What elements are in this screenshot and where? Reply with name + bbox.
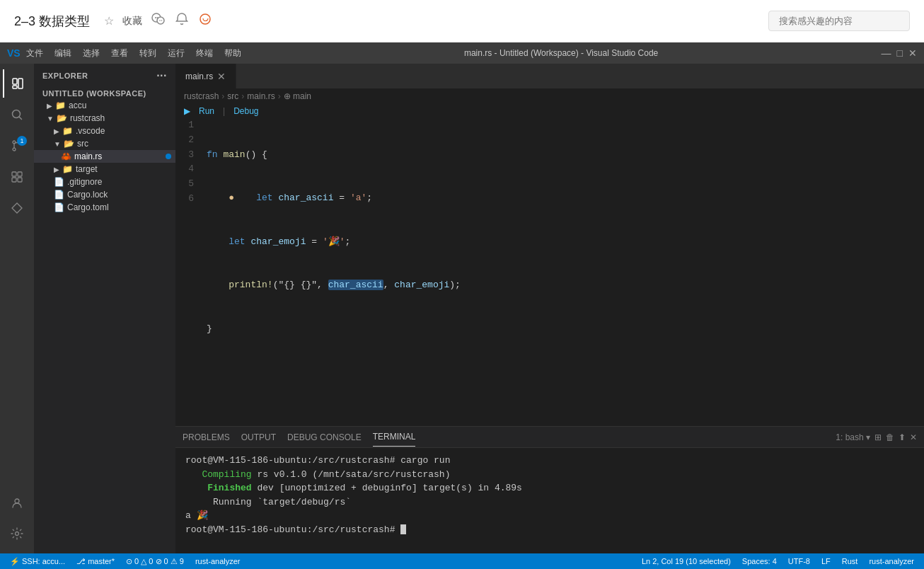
statusbar-errors[interactable]: ⊙ 0 △ 0 ⊘ 0 ⚠ 9 [123,557,187,566]
folder-icon: 📁 [62,164,73,174]
search-input[interactable] [768,11,910,31]
dot-badge [166,154,171,159]
terminal-line-2: Compiling rs v0.1.0 (/mnt/sata/src/rustc… [185,468,914,482]
statusbar-cursor[interactable]: Ln 2, Col 19 (10 selected) [639,557,734,565]
sidebar-item-accu[interactable]: ▶ 📁 accu [34,99,175,112]
code-line-4: println!("{} {}", char_ascii, char_emoji… [207,278,908,292]
sidebar-item-mainrs[interactable]: 🦀 main.rs [34,150,175,163]
source-control-badge: 1 [17,136,27,146]
sidebar-item-gitignore[interactable]: 📄 .gitignore [34,176,175,188]
statusbar-branch[interactable]: ⎇ master* [74,557,117,566]
breadcrumb-main-fn[interactable]: ⊕ main [284,91,311,101]
tab-mainrs[interactable]: main.rs ✕ [175,64,236,88]
svg-point-17 [15,499,19,503]
menu-go[interactable]: 转到 [139,47,156,59]
shell-selector[interactable]: 1: bash ▾ [836,432,870,442]
folder-icon: 📁 [62,126,73,136]
rust-analyzer-label: rust-analyzer [195,557,241,565]
menu-terminal[interactable]: 终端 [196,47,213,59]
sidebar-item-label: Cargo.lock [67,190,108,200]
terminal-line-5: a 🎉 [185,509,914,523]
terminal-controls: 1: bash ▾ ⊞ 🗑 ⬆ ✕ [836,432,917,442]
terminal-content[interactable]: root@VM-115-186-ubuntu:/src/rustcrash# c… [175,448,924,553]
collect-label[interactable]: 收藏 [122,15,142,28]
svg-rect-8 [13,86,17,88]
activity-source-control[interactable]: 1 [3,132,31,160]
menu-view[interactable]: 查看 [111,47,128,59]
weibo-icon[interactable] [197,11,213,30]
statusbar-language[interactable]: Rust [839,557,861,565]
terminal-close-button[interactable]: ✕ [910,432,917,442]
sidebar-item-vscode[interactable]: ▶ 📁 .vscode [34,125,175,137]
statusbar-ssh-label: SSH: accu... [22,557,65,565]
sidebar-more-button[interactable]: ··· [156,69,167,82]
tab-output[interactable]: OUTPUT [241,428,276,447]
line-numbers: 1 2 3 4 5 6 [175,118,201,426]
breadcrumb-rustcrash[interactable]: rustcrash [184,91,219,101]
run-link[interactable]: Run [199,106,214,116]
sidebar-item-label: .gitignore [67,177,102,187]
file-icon: 📄 [54,190,64,200]
editor-scrollbar[interactable] [914,118,924,426]
bell-icon[interactable] [175,12,189,30]
statusbar-eol[interactable]: LF [819,557,833,565]
menu-run[interactable]: 运行 [168,47,185,59]
code-content[interactable]: fn main() { ● let char_ascii = 'a'; let … [201,118,914,426]
code-line-1: fn main() { [207,148,908,162]
code-editor[interactable]: 1 2 3 4 5 6 fn main() { ● let char_ascii… [175,118,924,426]
activity-explorer[interactable] [3,69,31,98]
activity-remote[interactable] [3,194,31,222]
debug-link[interactable]: Debug [233,106,258,116]
tab-bar: main.rs ✕ [175,64,924,88]
error-count-label: ⊙ 0 △ 0 ⊘ 0 ⚠ 9 [126,557,184,566]
statusbar-rust-analyzer[interactable]: rust-analyzer [192,557,243,565]
close-button[interactable]: ✕ [908,47,917,59]
wechat-icon[interactable] [151,11,166,30]
menu-bar: 文件 编辑 选择 查看 转到 运行 终端 帮助 [26,47,241,59]
svg-rect-16 [18,178,22,182]
svg-point-4 [159,20,161,21]
breadcrumb-mainrs[interactable]: main.rs [247,91,275,101]
caret-icon: ▼ [54,140,61,148]
statusbar-ssh[interactable]: ⚡ SSH: accu... [7,557,68,566]
tab-terminal[interactable]: TERMINAL [373,427,416,447]
terminal-split-button[interactable]: ⊞ [874,432,882,442]
menu-selection[interactable]: 选择 [83,47,100,59]
breadcrumb-src[interactable]: src [227,91,238,101]
activity-search[interactable] [3,100,31,129]
svg-point-1 [157,17,164,24]
vscode-titlebar: VS 文件 编辑 选择 查看 转到 运行 终端 帮助 main.rs - Unt… [0,42,924,64]
statusbar-branch-label: master* [88,557,115,565]
activity-settings[interactable] [3,519,31,548]
caret-icon: ▶ [47,102,52,110]
tab-debug-console[interactable]: DEBUG CONSOLE [287,428,362,447]
language-label: Rust [842,557,858,565]
tab-problems[interactable]: PROBLEMS [183,428,230,447]
statusbar-rust-analyzer-right[interactable]: rust-analyzer [866,557,917,565]
caret-icon: ▶ [54,166,59,173]
sidebar-item-cargo-toml[interactable]: 📄 Cargo.toml [34,201,175,214]
sidebar-item-label: .vscode [76,126,105,136]
activity-account[interactable] [3,488,31,517]
menu-edit[interactable]: 编辑 [54,47,71,59]
statusbar-encoding[interactable]: UTF-8 [785,557,813,565]
terminal-maximize-button[interactable]: ⬆ [899,432,906,442]
activity-extensions[interactable] [3,163,31,191]
menu-file[interactable]: 文件 [26,47,43,59]
minimize-button[interactable]: — [882,47,891,59]
code-line-5: } [207,322,908,336]
terminal-line-6: root@VM-115-186-ubuntu:/src/rustcrash# [185,523,914,537]
rust-analyzer-right-label: rust-analyzer [869,557,914,565]
sidebar-item-src[interactable]: ▼ 📂 src [34,137,175,150]
star-icon[interactable]: ☆ [104,14,114,28]
tab-close-button[interactable]: ✕ [217,71,226,82]
sidebar-item-rustcrash[interactable]: ▼ 📂 rustcrash [34,112,175,125]
maximize-button[interactable]: □ [897,47,903,59]
statusbar-spaces[interactable]: Spaces: 4 [739,557,780,565]
terminal-kill-button[interactable]: 🗑 [886,432,894,442]
menu-help[interactable]: 帮助 [224,47,241,59]
sidebar-item-target[interactable]: ▶ 📁 target [34,163,175,176]
sidebar-item-cargo-lock[interactable]: 📄 Cargo.lock [34,188,175,201]
folder-icon: 📁 [55,100,66,110]
workspace-label: UNTITLED (WORKSPACE) [42,89,146,98]
